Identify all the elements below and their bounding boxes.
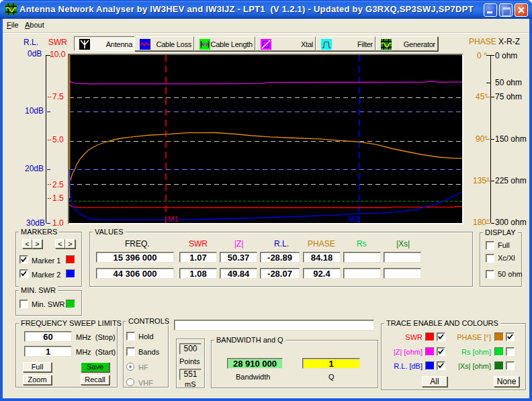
svg-text:M1: M1	[168, 215, 178, 223]
svg-text:M2: M2	[349, 215, 359, 223]
